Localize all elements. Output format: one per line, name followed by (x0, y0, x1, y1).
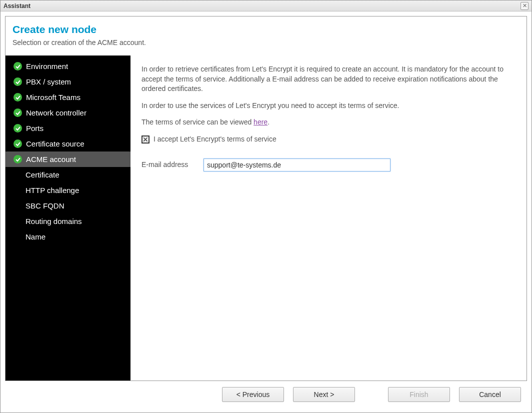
sidebar-item-label: Microsoft Teams (26, 93, 80, 102)
sidebar-item-label: PBX / system (26, 78, 71, 86)
sidebar-item-label: Ports (26, 124, 44, 132)
dialog-title: Create new node (12, 24, 520, 36)
sidebar-item-label: Environment (26, 62, 68, 70)
sidebar-item-microsoft-teams[interactable]: Microsoft Teams (6, 90, 130, 105)
sidebar-item-label: Certificate (26, 170, 60, 179)
tos-link[interactable]: here (254, 118, 268, 126)
accept-tos-checkbox[interactable]: ✕ (142, 136, 150, 144)
close-button[interactable]: ✕ (520, 2, 528, 10)
sidebar-item-network-controller[interactable]: Network controller (6, 105, 130, 120)
check-icon (14, 108, 22, 117)
sidebar-item-label: Network controller (26, 108, 86, 117)
finish-button: Finish (388, 387, 450, 402)
sidebar-item-certificate-source[interactable]: Certificate source (6, 136, 130, 152)
assistant-window: Assistant ✕ Create new node Selection or… (0, 0, 532, 413)
intro-paragraph-2: In order to use the services of Let's En… (142, 101, 516, 111)
email-row: E-mail address (142, 158, 516, 172)
sidebar-item-label: SBC FQDN (26, 202, 64, 210)
sidebar-item-environment[interactable]: Environment (6, 58, 130, 74)
content-row: EnvironmentPBX / systemMicrosoft TeamsNe… (5, 56, 527, 381)
wizard-sidebar: EnvironmentPBX / systemMicrosoft TeamsNe… (6, 56, 130, 380)
check-icon (14, 140, 22, 148)
dialog-body: Create new node Selection or creation of… (0, 12, 532, 412)
dialog-subtitle: Selection or creation of the ACME accoun… (12, 38, 520, 46)
check-icon (14, 124, 22, 132)
titlebar: Assistant ✕ (0, 0, 532, 12)
sidebar-item-acme-account[interactable]: ACME account (6, 152, 130, 167)
sidebar-item-label: Certificate source (26, 140, 84, 148)
cancel-button[interactable]: Cancel (459, 387, 521, 402)
sidebar-item-sbc-fqdn[interactable]: SBC FQDN (6, 198, 130, 214)
main-panel: In order to retrieve certificates from L… (130, 56, 526, 380)
sidebar-item-http-challenge[interactable]: HTTP challenge (6, 182, 130, 198)
tos-line: The terms of service can be viewed here. (142, 118, 516, 128)
sidebar-item-label: Routing domains (26, 217, 82, 226)
sidebar-item-routing-domains[interactable]: Routing domains (6, 214, 130, 229)
check-icon (14, 93, 22, 102)
next-button[interactable]: Next > (293, 387, 355, 402)
check-icon (14, 62, 22, 70)
footer-gap (364, 387, 379, 402)
accept-tos-label: I accept Let's Encrypt's terms of servic… (154, 134, 276, 144)
sidebar-item-label: Name (26, 232, 46, 241)
sidebar-item-pbx-system[interactable]: PBX / system (6, 74, 130, 90)
tos-suffix: . (268, 118, 270, 126)
dialog-header: Create new node Selection or creation of… (5, 16, 527, 56)
email-label: E-mail address (142, 160, 192, 170)
accept-tos-row: ✕ I accept Let's Encrypt's terms of serv… (142, 134, 516, 144)
email-input[interactable] (204, 158, 390, 172)
sidebar-item-label: HTTP challenge (26, 186, 79, 194)
check-icon (14, 78, 22, 86)
close-icon: ✕ (522, 2, 527, 9)
previous-button[interactable]: < Previous (222, 387, 284, 402)
window-title: Assistant (4, 2, 30, 10)
tos-prefix: The terms of service can be viewed (142, 118, 254, 126)
intro-paragraph-1: In order to retrieve certificates from L… (142, 64, 516, 94)
check-icon (14, 155, 22, 164)
sidebar-item-ports[interactable]: Ports (6, 120, 130, 136)
sidebar-item-label: ACME account (26, 155, 76, 164)
sidebar-item-certificate[interactable]: Certificate (6, 167, 130, 182)
dialog-footer: < Previous Next > Finish Cancel (5, 381, 527, 408)
sidebar-item-name[interactable]: Name (6, 229, 130, 244)
